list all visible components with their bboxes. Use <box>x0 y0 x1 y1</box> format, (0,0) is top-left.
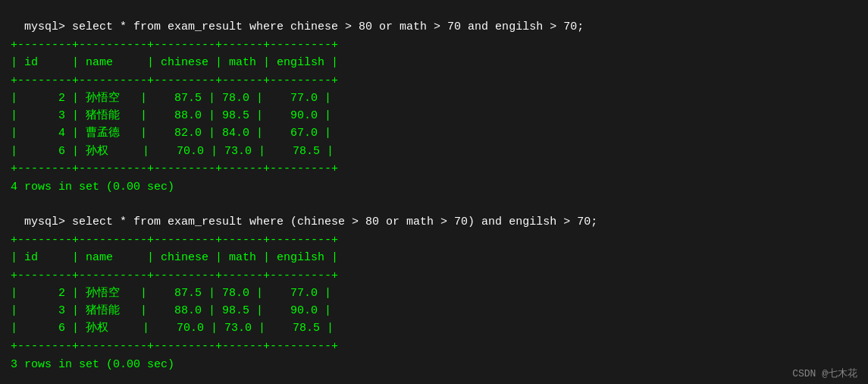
watermark: CSDN @七木花 <box>792 367 857 380</box>
table2-row-2: | 6 | 孙权 | 70.0 | 73.0 | 78.5 | <box>11 319 857 337</box>
table1-header: | id | name | chinese | math | engilsh | <box>11 54 857 71</box>
table2-row-1: | 3 | 猪悟能 | 88.0 | 98.5 | 90.0 | <box>11 302 857 319</box>
sql2: select * from exam_result where (chinese… <box>72 216 597 228</box>
table2: +--------+----------+---------+------+--… <box>11 231 857 355</box>
table2-row-0: | 2 | 孙悟空 | 87.5 | 78.0 | 77.0 | <box>11 285 857 302</box>
result2: 3 rows in set (0.00 sec) <box>11 358 857 371</box>
table2-sep-mid: +--------+----------+---------+------+--… <box>11 267 857 285</box>
table2-sep-bot: +--------+----------+---------+------+--… <box>11 338 857 355</box>
table2-sep-top: +--------+----------+---------+------+--… <box>11 231 857 249</box>
table1-row-2: | 4 | 曹孟德 | 82.0 | 84.0 | 67.0 | <box>11 124 857 142</box>
query1-line: mysql> select * from exam_result where c… <box>11 8 857 33</box>
table1-row-3: | 6 | 孙权 | 70.0 | 73.0 | 78.5 | <box>11 143 857 160</box>
table2-header: | id | name | chinese | math | engilsh | <box>11 249 857 266</box>
prompt1: mysql> <box>24 20 72 33</box>
table1-sep-bot: +--------+----------+---------+------+--… <box>11 160 857 178</box>
table1: +--------+----------+---------+------+--… <box>11 36 857 178</box>
sql1: select * from exam_result where chinese … <box>72 20 584 33</box>
table1-sep-top: +--------+----------+---------+------+--… <box>11 36 857 54</box>
table1-sep-mid: +--------+----------+---------+------+--… <box>11 72 857 90</box>
query2-line: mysql> select * from exam_result where (… <box>11 203 857 228</box>
table1-row-0: | 2 | 孙悟空 | 87.5 | 78.0 | 77.0 | <box>11 90 857 107</box>
prompt2: mysql> <box>24 216 72 228</box>
result1: 4 rows in set (0.00 sec) <box>11 181 857 194</box>
table1-row-1: | 3 | 猪悟能 | 88.0 | 98.5 | 90.0 | <box>11 107 857 124</box>
